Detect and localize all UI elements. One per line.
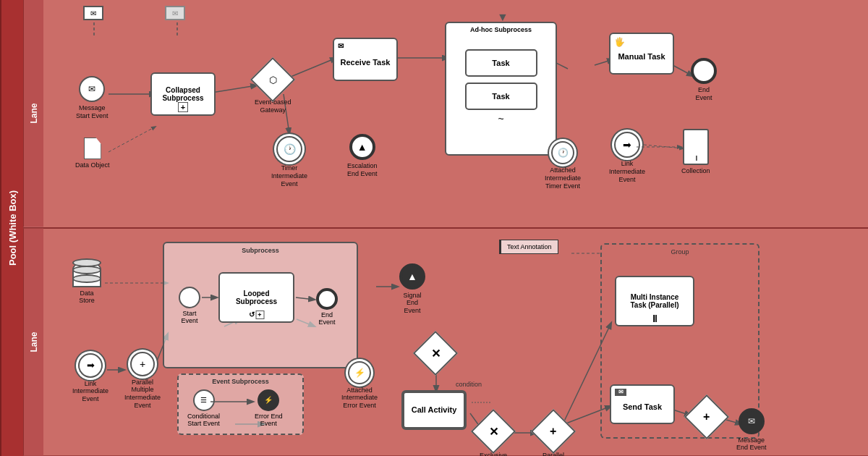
subprocess-end-event: EndEvent (316, 288, 338, 326)
parallel-gateway-right: + (691, 401, 723, 433)
send-task: ✉ Send Task (610, 384, 675, 424)
conditional-start-event: ☰ ConditionalStart Event (187, 389, 220, 427)
message-start-event: ✉ Message Start Event (76, 76, 109, 120)
top-lane: Lane (23, 0, 868, 229)
message-flow-icon-2: ✉ (165, 6, 185, 20)
end-event-top: EndEvent (691, 58, 717, 102)
text-annotation: Text Annotation (499, 240, 558, 254)
pool-label: Pool (White Box) (0, 0, 23, 456)
data-store: DataStore (72, 261, 101, 305)
message-end-event: ✉ MessageEnd Event (736, 408, 767, 452)
exclusive-gateway-bottom: ✕ ExclusiveGateway (477, 415, 509, 457)
call-activity: Call Activity (401, 390, 467, 430)
event-based-gateway: ⬡ Event-basedGateway (255, 64, 292, 114)
error-end-event: ⚡ Error EndEvent (255, 389, 283, 427)
looped-subprocess: LoopedSubprocess ↺+ (218, 272, 294, 323)
link-collection-connector (637, 134, 687, 156)
signal-end-event: ▲ SignalEndEvent (399, 263, 425, 315)
timer-intermediate-event: 🕐 TimerIntermediateEvent (271, 136, 307, 187)
data-object: Data Object (75, 138, 110, 169)
svg-line-30 (296, 297, 315, 300)
top-lane-label: Lane (23, 0, 43, 227)
message-flow-icon-1: ✉ (83, 6, 103, 20)
bpmn-diagram: Pool (White Box) Lane (0, 0, 868, 456)
event-subprocess-box: Event Subprocess ☰ ConditionalStart Even… (177, 373, 304, 435)
condition-label: condition (456, 381, 482, 388)
collapsed-subprocess: CollapsedSubprocess + (150, 72, 216, 116)
attached-intermediate-error-event: ⚡ AttachedIntermediateError Event (341, 361, 378, 410)
bottom-lane: Lane (23, 229, 868, 457)
parallel-gateway: + ParallelGateway (537, 415, 569, 457)
svg-line-5 (291, 58, 336, 77)
link-intermediate-event-bottom: ➡ LinkIntermediateEvent (72, 353, 109, 403)
adhoc-subprocess: Ad-hoc Subprocess Task Task ~ (445, 22, 557, 156)
multi-instance-task-parallel: Multi InstanceTask (Parallel) ||| (615, 276, 694, 326)
bottom-lane-content: Text Annotation Group DataStore (43, 229, 868, 456)
pool-content: Lane (23, 0, 868, 456)
svg-line-3 (109, 127, 156, 152)
adhoc-arrow: ▼ (497, 11, 509, 24)
svg-line-9 (673, 65, 693, 76)
top-lane-content: ✉ ✉ ✉ Message Start Event Data Object (43, 0, 868, 227)
subprocess-box: Subprocess StartEvent LoopedSubprocess ↺… (163, 242, 358, 368)
receive-task: ✉ Receive Task (333, 38, 398, 81)
escalation-end-event: ▲ EscalationEnd Event (347, 134, 378, 178)
manual-task: 🖐 Manual Task (609, 33, 674, 75)
attached-intermediate-timer-event: 🕐 AttachedIntermediateTimer Event (545, 141, 581, 190)
subprocess-start-event: StartEvent (179, 287, 200, 324)
bottom-lane-label: Lane (23, 229, 43, 456)
exclusive-gateway-top: ✕ (420, 337, 451, 369)
parallel-multiple-intermediate-event: + ParallelMultipleIntermediateEvent (124, 352, 161, 410)
